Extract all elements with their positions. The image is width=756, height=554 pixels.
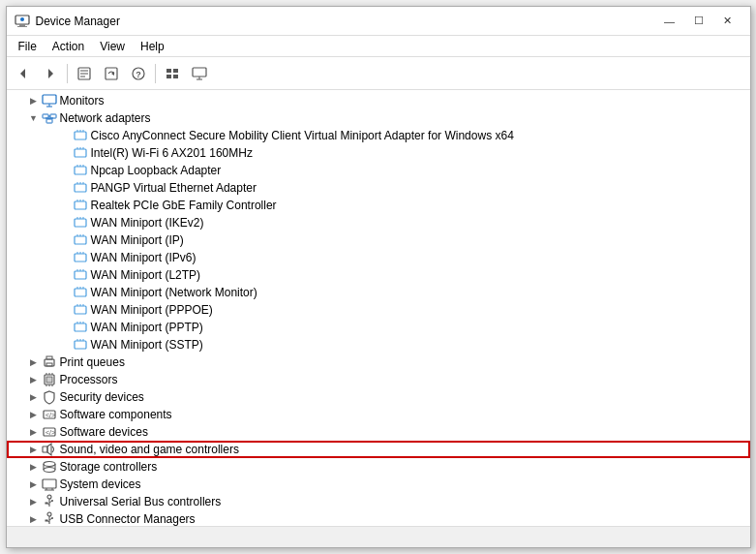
- toolbar-forward-button[interactable]: [38, 61, 63, 86]
- tree-item-pangp[interactable]: ▶ PANGP Virtual Ethernet Adapter: [7, 179, 750, 197]
- tree-item-intel-wifi[interactable]: ▶ Intel(R) Wi-Fi 6 AX201 160MHz: [7, 144, 750, 162]
- svg-marker-5: [48, 69, 53, 78]
- tree-item-wan-pppoe[interactable]: ▶ WAN Miniport (PPPOE): [7, 301, 750, 319]
- wan-pptp-label: WAN Miniport (PPTP): [91, 321, 203, 334]
- tree-item-wan-netmon[interactable]: ▶ WAN Miniport (Network Monitor): [7, 284, 750, 301]
- tree-item-wan-ip[interactable]: ▶ WAN Miniport (IP): [7, 231, 750, 249]
- svg-rect-55: [75, 236, 86, 244]
- tree-item-usb-controllers[interactable]: ▶ Universal Serial Bus controllers: [7, 493, 750, 510]
- svg-rect-63: [75, 271, 86, 279]
- menu-file[interactable]: File: [11, 38, 45, 55]
- close-button[interactable]: ✕: [713, 12, 742, 31]
- svg-rect-104: [43, 479, 56, 488]
- expand-usb-icon: ▶: [26, 494, 42, 509]
- expand-processors-icon: ▶: [26, 372, 42, 387]
- tree-item-monitors[interactable]: ▶ Monitors: [7, 92, 750, 109]
- tree-item-network-adapters[interactable]: ▼ Network adapters: [7, 109, 750, 127]
- svg-rect-98: [43, 446, 47, 452]
- status-bar: [7, 526, 750, 547]
- content-area: ▶ Monitors ▼: [7, 90, 750, 526]
- svg-rect-87: [46, 377, 52, 383]
- tree-item-sound-video[interactable]: ▶ Sound, video and game controllers: [7, 441, 750, 458]
- toolbar-back-button[interactable]: [11, 61, 36, 86]
- expand-security-icon: ▶: [26, 389, 42, 405]
- nic-icon-wan-ikev2: [73, 215, 88, 231]
- nic-icon-intel: [73, 145, 88, 161]
- svg-rect-35: [75, 149, 86, 157]
- usb-connector-icon: [42, 511, 57, 526]
- tree-item-software-devices[interactable]: ▶ </> Software devices: [7, 423, 750, 441]
- menu-action[interactable]: Action: [45, 38, 92, 55]
- tree-item-storage-controllers[interactable]: ▶ Storage controllers: [7, 458, 750, 476]
- toolbar-help-button[interactable]: ?: [126, 61, 151, 86]
- security-icon: [42, 389, 57, 405]
- svg-rect-16: [166, 75, 171, 78]
- monitors-label: Monitors: [60, 94, 105, 108]
- svg-rect-71: [75, 306, 86, 314]
- svg-rect-24: [43, 114, 48, 118]
- svg-rect-43: [75, 184, 86, 192]
- expand-system-icon: ▶: [26, 477, 42, 492]
- svg-point-114: [47, 512, 51, 516]
- tree-item-wan-sstp[interactable]: ▶ WAN Miniport (SSTP): [7, 336, 750, 354]
- nic-icon-npcap: [73, 163, 88, 178]
- tree-item-realtek[interactable]: ▶ Realtek PCIe GbE Family Controller: [7, 197, 750, 214]
- expand-print-icon: ▶: [26, 354, 42, 370]
- expand-storage-icon: ▶: [26, 459, 42, 475]
- svg-point-103: [44, 468, 55, 473]
- tree-item-security-devices[interactable]: ▶ Security devices: [7, 388, 750, 406]
- svg-rect-17: [173, 75, 178, 78]
- expand-sound-icon: ▶: [26, 442, 42, 457]
- wan-l2tp-label: WAN Miniport (L2TP): [91, 268, 201, 282]
- svg-text:</>: </>: [45, 412, 55, 418]
- svg-marker-4: [20, 69, 25, 78]
- svg-text:?: ?: [136, 70, 141, 79]
- tree-item-software-components[interactable]: ▶ </> Software components: [7, 406, 750, 423]
- toolbar-separator-1: [67, 64, 68, 83]
- svg-point-118: [51, 517, 53, 519]
- toolbar-monitor-button[interactable]: [187, 61, 212, 86]
- sound-video-label: Sound, video and game controllers: [60, 443, 239, 456]
- toolbar-properties-button[interactable]: [72, 61, 97, 86]
- network-adapters-label: Network adapters: [60, 111, 151, 125]
- print-queues-label: Print queues: [60, 355, 125, 369]
- tree-item-wan-ipv6[interactable]: ▶ WAN Miniport (IPv6): [7, 249, 750, 266]
- maximize-button[interactable]: ☐: [684, 12, 713, 31]
- nic-icon-pangp: [73, 180, 88, 196]
- system-icon: [42, 477, 57, 492]
- svg-rect-67: [75, 289, 86, 296]
- svg-rect-47: [75, 201, 86, 209]
- nic-icon-wan-l2tp: [73, 267, 88, 283]
- expand-sw-components-icon: ▶: [26, 407, 42, 422]
- wan-sstp-label: WAN Miniport (SSTP): [91, 338, 203, 352]
- menu-help[interactable]: Help: [133, 38, 172, 55]
- tree-item-wan-pptp[interactable]: ▶ WAN Miniport (PPTP): [7, 319, 750, 336]
- tree-item-print-queues[interactable]: ▶ Print queues: [7, 354, 750, 371]
- nic-icon-realtek: [73, 198, 88, 213]
- sound-icon: [42, 442, 57, 457]
- title-bar: Device Manager — ☐ ✕: [7, 7, 750, 36]
- expand-monitors-icon: ▶: [26, 93, 42, 108]
- tree-item-npcap[interactable]: ▶ Npcap Loopback Adapter: [7, 162, 750, 179]
- software-components-label: Software components: [60, 408, 172, 421]
- intel-wifi-label: Intel(R) Wi-Fi 6 AX201 160MHz: [91, 146, 253, 160]
- tree-item-usb-connector[interactable]: ▶ USB Connector Managers: [7, 510, 750, 526]
- menu-view[interactable]: View: [92, 38, 133, 55]
- expand-usb-conn-icon: ▶: [26, 511, 42, 526]
- tree-view[interactable]: ▶ Monitors ▼: [7, 90, 750, 526]
- toolbar-view-button[interactable]: [160, 61, 185, 86]
- tree-item-wan-ikev2[interactable]: ▶ WAN Miniport (IKEv2): [7, 214, 750, 231]
- tree-item-system-devices[interactable]: ▶ System devices: [7, 476, 750, 493]
- tree-item-wan-l2tp[interactable]: ▶ WAN Miniport (L2TP): [7, 266, 750, 284]
- svg-marker-99: [47, 444, 51, 455]
- svg-point-100: [44, 462, 55, 467]
- pangp-label: PANGP Virtual Ethernet Adapter: [91, 181, 257, 195]
- minimize-button[interactable]: —: [655, 12, 684, 31]
- toolbar-update-button[interactable]: [99, 61, 124, 86]
- expand-sw-devices-icon: ▶: [26, 424, 42, 440]
- npcap-label: Npcap Loopback Adapter: [91, 164, 222, 177]
- tree-item-processors[interactable]: ▶ Processors: [7, 371, 750, 388]
- software-devices-icon: </>: [42, 424, 57, 440]
- tree-item-cisco[interactable]: ▶ Cisco AnyConnect Secure Mobility Clien…: [7, 127, 750, 144]
- svg-rect-79: [75, 341, 86, 349]
